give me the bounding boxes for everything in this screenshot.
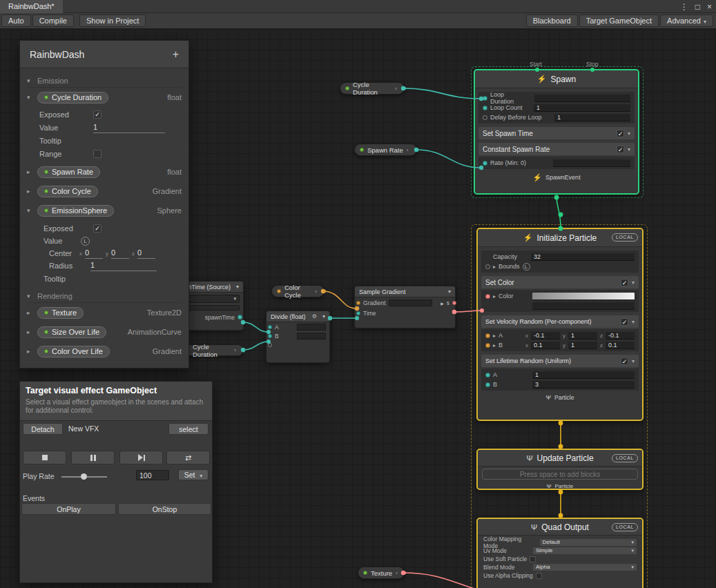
param-row-spawn-rate[interactable]: ▸ Spawn Rate float (20, 165, 188, 179)
center-z-field[interactable]: 0 (137, 248, 155, 259)
chevron-right-icon[interactable]: ▸ (27, 329, 33, 335)
lifetime-a-port[interactable] (485, 373, 490, 378)
vfx-object-field[interactable]: New VFX (68, 424, 99, 433)
pill-color-cycle[interactable]: Color Cycle ‹ (271, 285, 325, 297)
pause-button[interactable] (71, 451, 115, 464)
color-intensity-field[interactable] (532, 302, 635, 310)
stop-button[interactable] (23, 451, 66, 464)
update-particle-node[interactable]: Ψ Update Particle LOCAL Press space to a… (476, 449, 644, 490)
set-rate-button[interactable]: Set ▾ (178, 469, 209, 480)
constant-spawn-rate-block[interactable]: Constant Spawn Rate ✓ ▾ (478, 143, 635, 155)
pill-texture[interactable]: Texture ‹ (358, 567, 405, 579)
rate-field[interactable] (553, 159, 630, 167)
radius-field[interactable]: 1 (90, 261, 157, 271)
center-x-field[interactable]: 0 (85, 248, 103, 259)
velocity-b-y[interactable]: 1 (568, 342, 597, 349)
param-pill-color-over-life[interactable]: Color Over Life (37, 346, 110, 357)
chevron-right-icon[interactable]: ▸ (27, 348, 33, 355)
chevron-down-icon[interactable]: ▾ (628, 146, 630, 153)
loop-duration-field[interactable] (534, 95, 630, 102)
spawn-context-node[interactable]: ⚡ Spawn Loop Duration Loop Count 1 Delay… (474, 69, 639, 195)
compile-button[interactable]: Compile (32, 14, 74, 27)
chevron-down-icon[interactable]: ▾ (27, 77, 33, 84)
lifetime-b-port[interactable] (485, 382, 490, 387)
lifetime-b-field[interactable]: 3 (532, 381, 635, 389)
play-rate-slider-knob[interactable] (81, 473, 87, 480)
play-rate-value-field[interactable]: 100 (136, 470, 169, 480)
param-pill-size-over-life[interactable]: Size Over Life (37, 326, 106, 338)
capacity-field[interactable]: 32 (531, 253, 635, 261)
set-color-block[interactable]: Set Color ✓ ▾ (481, 276, 639, 288)
chevron-right-icon[interactable]: ▸ (27, 309, 33, 316)
collapse-icon[interactable]: ‹ (407, 147, 409, 153)
chevron-down-icon[interactable]: ▾ (27, 94, 33, 101)
chevron-right-icon[interactable]: ▸ (27, 188, 33, 195)
velocity-a-y[interactable]: 1 (568, 332, 597, 340)
chevron-down-icon[interactable]: ▾ (632, 319, 635, 325)
blackboard-toggle-button[interactable]: Blackboard (526, 14, 578, 27)
color-mapping-mode-select[interactable]: Default▾ (540, 539, 637, 546)
chevron-right-icon[interactable]: ▸ (493, 264, 496, 270)
show-in-project-button[interactable]: Show in Project (79, 14, 146, 27)
lifetime-a-field[interactable]: 1 (532, 371, 635, 379)
set-color-checkbox[interactable]: ✓ (621, 279, 628, 286)
set-spawn-time-checkbox[interactable]: ✓ (617, 130, 624, 137)
onstop-button[interactable]: OnStop (118, 503, 211, 515)
velocity-a-x[interactable]: -0.1 (531, 332, 560, 340)
close-icon[interactable]: × (707, 2, 712, 12)
spawntime-output-port[interactable] (238, 315, 242, 320)
maximize-icon[interactable]: □ (695, 2, 700, 12)
divide-b-port[interactable] (268, 334, 272, 338)
center-y-field[interactable]: 0 (111, 248, 129, 259)
detach-button[interactable]: Detach (23, 423, 63, 435)
sample-gradient-output-port[interactable] (452, 301, 456, 305)
onplay-button[interactable]: OnPlay (21, 503, 116, 515)
category-emission[interactable]: ▾Emission (20, 74, 188, 88)
pill-output-port[interactable] (322, 289, 327, 294)
param-pill-spawn-rate[interactable]: Spawn Rate (37, 166, 100, 178)
velocity-a-port[interactable] (485, 333, 490, 338)
blend-mode-select[interactable]: Alpha▾ (533, 564, 637, 571)
velocity-b-x[interactable]: 0.1 (531, 342, 560, 349)
window-tab[interactable]: RainbwDash* (0, 0, 63, 13)
color-port[interactable] (485, 294, 490, 299)
chevron-down-icon[interactable]: ▾ (628, 130, 630, 137)
param-row-color-over-life[interactable]: ▸ Color Over Life Gradient (20, 344, 188, 358)
menu-icon[interactable]: ⋮ (680, 2, 688, 12)
param-row-color-cycle[interactable]: ▸ Color Cycle Gradient (20, 184, 188, 198)
pill-output-port[interactable] (414, 148, 419, 153)
divide-b-field[interactable] (297, 333, 326, 340)
add-parameter-button[interactable]: + (173, 48, 179, 61)
pill-output-port[interactable] (402, 571, 407, 576)
delay-field[interactable]: 1 (554, 114, 630, 121)
param-row-texture[interactable]: ▸ Texture Texture2D (20, 306, 188, 320)
rate-port[interactable] (483, 161, 487, 166)
chevron-down-icon[interactable]: ▾ (632, 280, 635, 286)
uv-mode-select[interactable]: Simple▾ (533, 547, 637, 554)
divide-a-port[interactable] (268, 325, 272, 329)
collapse-icon[interactable]: ‹ (315, 288, 317, 295)
exposed-checkbox[interactable]: ✓ (93, 110, 101, 119)
value-field[interactable]: 1 (93, 123, 165, 133)
param-row-cycle-duration[interactable]: ▾ Cycle Duration float (20, 90, 188, 104)
set-velocity-block[interactable]: Set Velocity Random (Per-component) ✓ ▾ (481, 315, 639, 328)
velocity-b-z[interactable]: 0.1 (606, 342, 635, 349)
chevron-down-icon[interactable]: ▾ (632, 358, 635, 364)
restart-button[interactable]: ⇄ (166, 451, 210, 464)
sample-gradient-operator[interactable]: Sample Gradient ▾ Gradient ▶ s Time (354, 286, 456, 329)
initialize-particle-node[interactable]: ⚡ Initialize Particle LOCAL Capacity 32 … (476, 228, 644, 421)
pill-output-port[interactable] (241, 348, 246, 353)
quad-output-node[interactable]: Ψ Quad Output LOCAL Color Mapping Mode D… (476, 518, 644, 588)
local-space-toggle[interactable]: L (81, 237, 90, 246)
color-gradient-field[interactable] (532, 293, 635, 300)
auto-button[interactable]: Auto (1, 14, 31, 27)
velocity-a-z[interactable]: -0.1 (606, 332, 635, 340)
set-lifetime-block[interactable]: Set Lifetime Random (Uniform) ✓ ▾ (481, 355, 639, 367)
loop-duration-port[interactable] (483, 96, 487, 101)
loop-count-port[interactable] (483, 106, 487, 110)
local-space-toggle[interactable]: L (523, 263, 530, 271)
divide-a-field[interactable] (297, 324, 326, 331)
chevron-right-icon[interactable]: ▸ (493, 342, 496, 349)
pill-spawn-rate[interactable]: Spawn Rate ‹ (354, 144, 417, 156)
use-soft-particle-checkbox[interactable] (530, 556, 536, 562)
